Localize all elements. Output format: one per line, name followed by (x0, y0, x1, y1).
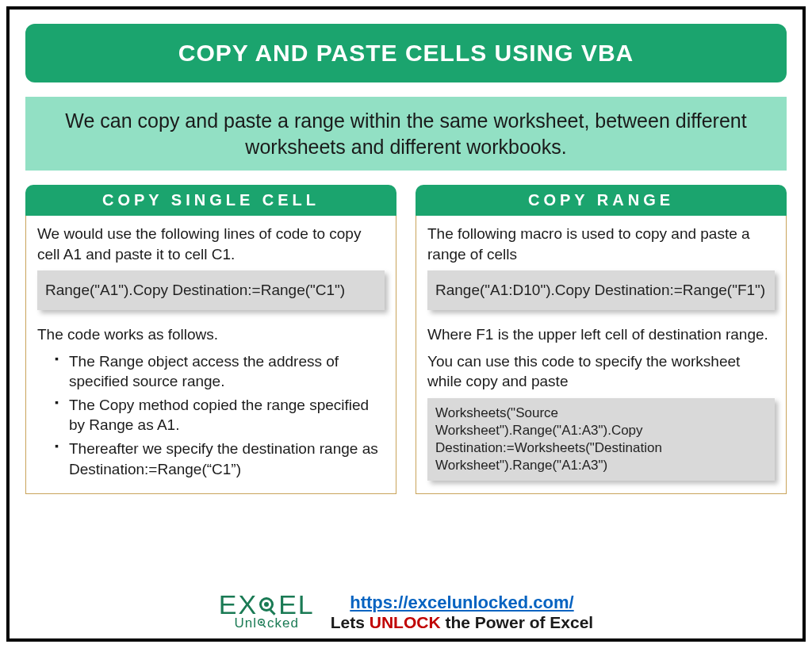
right-intro-text: The following macro is used to copy and … (427, 224, 775, 264)
content-columns: COPY SINGLE CELL We would use the follow… (25, 185, 787, 494)
footer: EXEL Unlcked https://excelunlocked.com/ … (10, 592, 802, 632)
left-column-header: COPY SINGLE CELL (25, 185, 396, 216)
tagline-unlock-word: UNLOCK (370, 613, 441, 631)
tagline-part-2: the Power of Excel (441, 613, 594, 631)
left-column-body: We would use the following lines of code… (25, 216, 396, 494)
logo-text-unl: Unl (235, 615, 258, 631)
right-column: COPY RANGE The following macro is used t… (416, 185, 787, 494)
logo-text-cked: cked (267, 615, 299, 631)
right-code-block-1: Range("A1:D10").Copy Destination:=Range(… (427, 270, 775, 310)
left-bullet-3: Thereafter we specify the destination ra… (55, 439, 385, 479)
svg-point-2 (264, 602, 269, 607)
right-explain-2: You can use this code to specify the wor… (427, 351, 775, 392)
right-code-block-2: Worksheets("Source Worksheet").Range("A1… (427, 398, 775, 481)
right-column-header: COPY RANGE (416, 185, 787, 216)
footer-link[interactable]: https://excelunlocked.com/ (350, 592, 573, 612)
right-explain-1: Where F1 is the upper left cell of desti… (427, 324, 775, 345)
svg-rect-7 (263, 624, 266, 627)
svg-rect-3 (270, 609, 276, 615)
left-bullet-list: The Range object access the address of s… (37, 351, 385, 480)
footer-tagline: Lets UNLOCK the Power of Excel (331, 613, 593, 632)
logo-text-el: EL (278, 589, 315, 619)
left-code-block: Range("A1").Copy Destination:=Range("C1"… (37, 270, 385, 310)
logo: EXEL Unlcked (219, 592, 315, 632)
left-explain-lead: The code works as follows. (37, 324, 385, 345)
right-column-body: The following macro is used to copy and … (416, 216, 787, 494)
subtitle: We can copy and paste a range within the… (25, 97, 787, 171)
logo-bottom-row: Unlcked (235, 615, 299, 632)
footer-text-block: https://excelunlocked.com/ Lets UNLOCK t… (331, 592, 593, 632)
magnifier-icon-small (257, 616, 267, 632)
main-title: COPY AND PASTE CELLS USING VBA (25, 24, 787, 82)
left-bullet-2: The Copy method copied the range specifi… (55, 395, 385, 435)
document-frame: COPY AND PASTE CELLS USING VBA We can co… (6, 6, 806, 642)
logo-text-ex: EX (219, 589, 258, 619)
tagline-part-1: Lets (331, 613, 370, 631)
logo-top-row: EXEL (219, 592, 315, 619)
svg-point-6 (260, 621, 262, 623)
left-column: COPY SINGLE CELL We would use the follow… (25, 185, 396, 494)
left-bullet-1: The Range object access the address of s… (55, 351, 385, 392)
left-intro-text: We would use the following lines of code… (37, 224, 385, 264)
